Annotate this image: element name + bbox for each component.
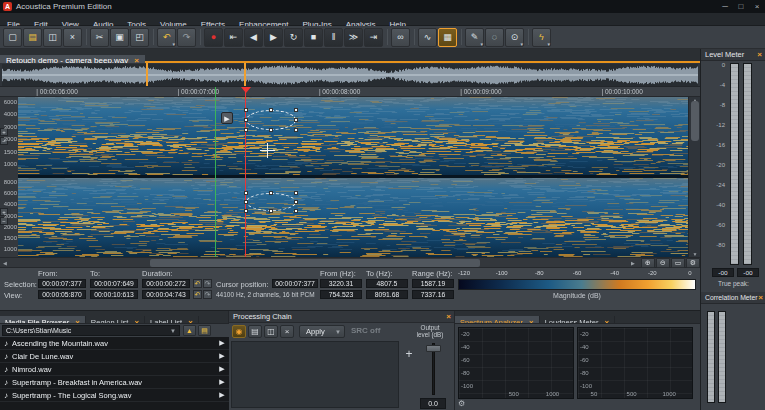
loop-play-button[interactable]: ↻ xyxy=(284,28,303,47)
hz-from-field[interactable]: 3220.31 xyxy=(320,279,362,288)
go-to-start-button[interactable]: ⇤ xyxy=(224,28,243,47)
cursor-position-field[interactable]: 00:00:07:377 xyxy=(272,279,318,288)
selection-handle[interactable] xyxy=(244,118,248,122)
zoom-in-button[interactable]: ⊕ xyxy=(641,258,655,268)
zoom-settings-button[interactable]: ⚙ xyxy=(686,258,700,268)
preview-play-button[interactable]: ▶ xyxy=(215,365,229,373)
selection-duration-field[interactable]: 00:00:00:272 xyxy=(142,279,190,288)
scroll-left-icon[interactable]: ◀ xyxy=(0,258,10,268)
close-tab-icon[interactable]: × xyxy=(604,318,609,324)
hz-range-field-2[interactable]: 7337.16 xyxy=(412,290,454,299)
hz-to-field[interactable]: 4807.5 xyxy=(366,279,408,288)
preview-play-button[interactable]: ▶ xyxy=(215,378,229,386)
folder-up-button[interactable]: ▲ xyxy=(183,325,196,336)
selection-handle[interactable] xyxy=(294,128,298,132)
file-row[interactable]: ♪Ascending the Mountain.wav▶ xyxy=(0,337,229,350)
selection-handle[interactable] xyxy=(294,200,298,204)
copy-button[interactable]: ▣ xyxy=(110,28,129,47)
file-row[interactable]: ♪Nimrod.wav▶ xyxy=(0,363,229,376)
selection-handle[interactable] xyxy=(269,191,273,195)
chain-save-button[interactable]: ◫ xyxy=(264,325,278,338)
chain-power-button[interactable]: ◉ xyxy=(232,325,246,338)
fast-forward-button[interactable]: ≫ xyxy=(344,28,363,47)
stop-button[interactable]: ■ xyxy=(304,28,323,47)
play-selection-button[interactable]: ▶ xyxy=(221,112,233,124)
add-effect-button[interactable]: + xyxy=(402,348,416,362)
preview-play-button[interactable]: ▶ xyxy=(215,391,229,399)
zoom-tool-button[interactable]: ⊙▾ xyxy=(505,28,524,47)
spectrogram-canvas[interactable] xyxy=(18,97,688,257)
vertical-scrollbar[interactable]: ▲ ▼ xyxy=(688,97,700,257)
selection-handle[interactable] xyxy=(269,108,273,112)
overview-selection-start-marker[interactable] xyxy=(146,63,148,86)
record-button[interactable]: ● xyxy=(204,28,223,47)
close-panel-icon[interactable]: × xyxy=(757,49,762,61)
chain-clear-button[interactable]: × xyxy=(280,325,294,338)
edit-cursor-marker[interactable] xyxy=(241,87,251,93)
waveform-overview[interactable] xyxy=(0,63,700,87)
pause-button[interactable]: ‖ xyxy=(324,28,343,47)
hz-range-field[interactable]: 1587.19 xyxy=(412,279,454,288)
selection-handle[interactable] xyxy=(269,209,273,213)
paste-button[interactable]: ◰ xyxy=(130,28,149,47)
chain-open-button[interactable]: ▤ xyxy=(248,325,262,338)
maximize-button[interactable]: □ xyxy=(733,0,749,13)
selection-from-field[interactable]: 00:00:07:377 xyxy=(38,279,86,288)
selection-handle[interactable] xyxy=(294,118,298,122)
dock-tab-region-list[interactable]: Region List× xyxy=(86,316,145,324)
overview-selection-end-marker[interactable] xyxy=(244,63,246,86)
chain-list-area[interactable] xyxy=(231,341,399,408)
play-button[interactable]: ▶ xyxy=(264,28,283,47)
horizontal-scrollbar[interactable]: ◀ ▶ ⊕⊖▭⚙ xyxy=(0,257,700,268)
dock-tab-media-file-browser[interactable]: Media File Browser× xyxy=(0,316,86,324)
preview-play-button[interactable]: ▶ xyxy=(215,339,229,347)
time-ruler[interactable]: | 00:00:06:000| 00:00:07:000| 00:00:08:0… xyxy=(0,87,700,97)
scroll-right-icon[interactable]: ▶ xyxy=(628,258,638,268)
close-button[interactable]: × xyxy=(749,0,765,13)
horizontal-scrollbar-thumb[interactable] xyxy=(150,259,480,267)
close-panel-icon[interactable]: × xyxy=(758,292,763,304)
undo-button[interactable]: ↶▾ xyxy=(157,28,176,47)
view-duration-field[interactable]: 00:00:04:743 xyxy=(142,290,190,299)
close-tab-icon[interactable]: × xyxy=(529,318,534,324)
dock-tab-spectrum-analyzer[interactable]: Spectrum Analyzer× xyxy=(455,316,540,324)
overview-waveform-canvas[interactable] xyxy=(2,64,698,86)
folder-path-select[interactable]: C:\Users\Stian\Music ▼ xyxy=(2,325,180,336)
save-file-button[interactable]: ◫ xyxy=(43,28,62,47)
zoom-out-button[interactable]: ⊖ xyxy=(656,258,670,268)
selection-handle[interactable] xyxy=(244,209,248,213)
file-row[interactable]: ♪Supertramp - Breakfast in America.wav▶ xyxy=(0,376,229,389)
view-redo-button[interactable]: ↷ xyxy=(203,290,212,299)
hz-from-field-2[interactable]: 754.523 xyxy=(320,290,362,299)
file-row[interactable]: ♪Supertramp - The Logical Song.wav▶ xyxy=(0,389,229,402)
new-file-button[interactable]: ▢ xyxy=(3,28,22,47)
output-level-slider-thumb[interactable] xyxy=(426,345,441,352)
selection-handle[interactable] xyxy=(294,209,298,213)
selection-tool-button[interactable]: ✎▾ xyxy=(465,28,484,47)
dock-tab-loudness-meter[interactable]: Loudness Meter× xyxy=(540,316,615,324)
view-from-field[interactable]: 00:00:05:870 xyxy=(38,290,86,299)
spectral-view-button[interactable]: ▦ xyxy=(438,28,457,47)
file-row[interactable]: ♪Clair De Lune.wav▶ xyxy=(0,350,229,363)
selection-handle[interactable] xyxy=(294,108,298,112)
hz-to-field-2[interactable]: 8091.68 xyxy=(366,290,408,299)
selection-handle[interactable] xyxy=(244,128,248,132)
effect-chain-button[interactable]: ϟ▾ xyxy=(532,28,551,47)
vertical-scrollbar-thumb[interactable] xyxy=(691,101,699,141)
open-file-button[interactable]: ▤ xyxy=(23,28,42,47)
redo-button[interactable]: ↷ xyxy=(177,28,196,47)
cut-button[interactable]: ✂ xyxy=(90,28,109,47)
loop-mode-button[interactable]: ∞ xyxy=(391,28,410,47)
selection-handle[interactable] xyxy=(244,200,248,204)
minimize-button[interactable]: ─ xyxy=(717,0,733,13)
spectral-selection-ellipse-ch1[interactable] xyxy=(246,110,296,130)
output-level-value[interactable]: 0.0 xyxy=(420,398,446,409)
close-panel-icon[interactable]: × xyxy=(446,311,451,323)
selection-handle[interactable] xyxy=(269,128,273,132)
zoom-selection-button[interactable]: ▭ xyxy=(671,258,685,268)
view-to-field[interactable]: 00:00:10:613 xyxy=(90,290,138,299)
waveform-view-button[interactable]: ∿ xyxy=(418,28,437,47)
spectrum-settings-icon[interactable]: ⚙ xyxy=(458,399,465,408)
spectral-selection-ellipse-ch2[interactable] xyxy=(246,193,296,211)
go-to-end-button[interactable]: ⇥ xyxy=(364,28,383,47)
